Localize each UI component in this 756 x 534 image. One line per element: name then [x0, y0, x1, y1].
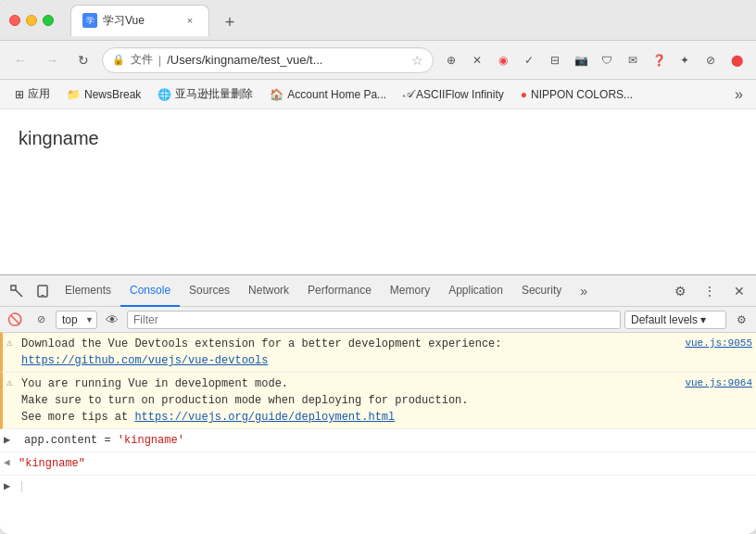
bookmarks-more-button[interactable]: » [729, 84, 749, 105]
console-input-text: | [19, 478, 752, 495]
bookmark-nippon[interactable]: ● NIPPON COLORS... [513, 85, 640, 104]
extension-icon-5[interactable]: ⊟ [543, 48, 567, 72]
devtools-close-button[interactable]: ✕ [726, 278, 752, 304]
extension-icon-8[interactable]: ✉ [621, 48, 645, 72]
console-eye-button[interactable]: 👁 [101, 309, 123, 331]
nippon-icon: ● [521, 88, 527, 101]
console-input-row: ▶ | [0, 476, 756, 498]
extension-icon-9[interactable]: ❓ [647, 48, 671, 72]
forward-button[interactable]: → [39, 47, 65, 73]
extension-icon-12[interactable]: ⬤ [724, 48, 749, 72]
tab-network[interactable]: Network [239, 275, 298, 307]
console-entry-devmode-text: You are running Vue in development mode.… [21, 375, 677, 426]
vue-deployment-link[interactable]: https://vuejs.org/guide/deployment.html [134, 411, 395, 424]
new-tab-button[interactable]: + [217, 10, 243, 36]
apps-icon: ⊞ [15, 88, 24, 101]
console-context-select-wrap: top ▼ [56, 311, 97, 329]
console-entry-output: ◀ "kingname" [0, 452, 756, 476]
tab-bar: 学 学习Vue × + [70, 5, 747, 36]
console-secondary-toolbar: 🚫 ⊘ top ▼ 👁 Default levels ▾ ⚙ [0, 307, 756, 333]
console-entry-source-1[interactable]: vue.js:9055 [677, 336, 752, 349]
folder-icon: 📁 [67, 88, 81, 101]
console-filter-wrap [127, 311, 621, 329]
extension-icon-4[interactable]: ✓ [517, 48, 541, 72]
extension-icon-6[interactable]: 📷 [569, 48, 593, 72]
page-username: kingname [19, 128, 99, 149]
svg-rect-0 [11, 286, 16, 290]
bookmark-account-label: Account Home Pa... [287, 88, 386, 101]
title-bar: 学 学习Vue × + [0, 0, 756, 41]
bookmark-asciiflow[interactable]: 𝒜 ASCIIFlow Infinity [396, 84, 511, 104]
devtools-settings-row: ⚙ ⋮ ✕ [667, 278, 752, 304]
bookmark-amazon-label: 亚马逊批量删除 [175, 86, 253, 102]
refresh-button[interactable]: ↻ [70, 47, 96, 73]
tab-console[interactable]: Console [120, 275, 180, 307]
tab-memory[interactable]: Memory [381, 275, 439, 307]
console-entry-assignment-text: app.content = 'kingname' [24, 432, 752, 449]
devtools-more-tabs-button[interactable]: » [571, 278, 597, 304]
console-entry-devmode: ⚠ You are running Vue in development mod… [0, 373, 756, 429]
bookmark-newsbreak[interactable]: 📁 NewsBreak [59, 85, 148, 104]
warning-icon-2: ⚠ [6, 375, 21, 388]
tab-security[interactable]: Security [512, 275, 571, 307]
address-scheme-label: 文件 [131, 52, 153, 68]
account-icon: 🏠 [270, 88, 284, 101]
devtools-customize-icon[interactable]: ⋮ [697, 278, 723, 304]
close-window-button[interactable] [9, 15, 20, 26]
back-button[interactable]: ← [7, 47, 33, 73]
browser-window: 学 学习Vue × + ← → ↻ 🔒 文件 | /Users/kingname… [0, 0, 756, 534]
traffic-lights [9, 15, 54, 26]
address-path: /Users/kingname/test_vue/t... [167, 53, 406, 67]
devtools-settings-icon[interactable]: ⚙ [667, 278, 693, 304]
address-separator: | [158, 54, 161, 67]
console-entry-output-text: "kingname" [19, 455, 752, 472]
console-clear-button[interactable]: 🚫 [4, 309, 26, 331]
extension-icon-3[interactable]: ◉ [491, 48, 515, 72]
minimize-window-button[interactable] [26, 15, 37, 26]
bookmark-star-icon[interactable]: ☆ [411, 53, 423, 68]
browser-tab[interactable]: 学 学习Vue × [70, 5, 209, 36]
console-entry-assignment: ▶ app.content = 'kingname' [0, 429, 756, 452]
bookmark-apps-label: 应用 [28, 86, 50, 102]
console-entry-vue-devtools: ⚠ Download the Vue Devtools extension fo… [0, 333, 756, 373]
device-toolbar-icon[interactable] [30, 278, 56, 304]
devtools-panel: Elements Console Sources Network Perform… [0, 274, 756, 534]
bookmark-amazon[interactable]: 🌐 亚马逊批量删除 [150, 83, 260, 105]
console-settings-button[interactable]: ⚙ [730, 309, 752, 331]
address-right-icons: ⊕ ✕ ◉ ✓ ⊟ 📷 🛡 ✉ ❓ ✦ ⊘ ⬤ [439, 48, 749, 72]
vue-devtools-link[interactable]: https://github.com/vuejs/vue-devtools [21, 354, 268, 367]
console-levels-select[interactable]: Default levels ▾ [624, 311, 726, 329]
console-levels-wrap: Default levels ▾ [624, 311, 726, 329]
extension-icon-7[interactable]: 🛡 [595, 48, 619, 72]
console-context-select[interactable]: top [56, 311, 97, 329]
page-content: kingname [0, 109, 756, 274]
tab-close-button[interactable]: × [183, 13, 197, 28]
console-input-prompt-icon: ▶ [4, 478, 19, 492]
console-entry-source-2[interactable]: vue.js:9064 [677, 375, 752, 388]
console-filter-icon[interactable]: ⊘ [30, 309, 52, 331]
bookmarks-bar: ⊞ 应用 📁 NewsBreak 🌐 亚马逊批量删除 🏠 Account Hom… [0, 80, 756, 109]
asciiflow-icon: 𝒜 [403, 87, 412, 101]
bookmark-account-home[interactable]: 🏠 Account Home Pa... [262, 85, 394, 104]
bookmark-nippon-label: NIPPON COLORS... [531, 88, 633, 101]
element-picker-icon[interactable] [4, 278, 30, 304]
security-lock-icon: 🔒 [112, 54, 125, 66]
amazon-icon: 🌐 [158, 88, 171, 101]
tab-application[interactable]: Application [439, 275, 512, 307]
extension-icon-2[interactable]: ✕ [465, 48, 489, 72]
tab-performance[interactable]: Performance [298, 275, 381, 307]
maximize-window-button[interactable] [43, 15, 54, 26]
address-input[interactable]: 🔒 文件 | /Users/kingname/test_vue/t... ☆ [102, 47, 434, 73]
tab-sources[interactable]: Sources [180, 275, 239, 307]
console-entry-vue-devtools-text: Download the Vue Devtools extension for … [21, 336, 677, 369]
bookmark-newsbreak-label: NewsBreak [84, 88, 141, 101]
bookmark-apps[interactable]: ⊞ 应用 [7, 83, 57, 105]
extension-icon-11[interactable]: ⊘ [699, 48, 723, 72]
extension-icon-1[interactable]: ⊕ [439, 48, 463, 72]
tab-elements[interactable]: Elements [56, 275, 120, 307]
svg-rect-2 [42, 295, 44, 296]
console-return-icon: ◀ [4, 455, 19, 468]
tab-title: 学习Vue [103, 13, 177, 29]
extension-icon-10[interactable]: ✦ [673, 48, 697, 72]
console-filter-input[interactable] [127, 311, 621, 329]
